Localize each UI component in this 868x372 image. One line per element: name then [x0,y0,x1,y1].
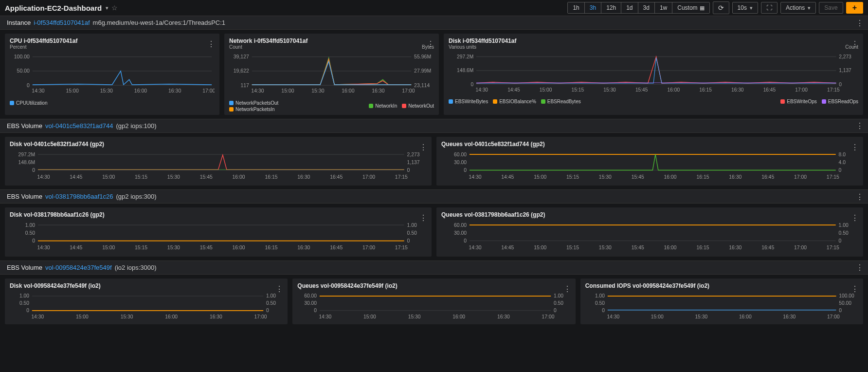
svg-text:100.00: 100.00 [839,293,854,298]
legend-right: EBSWriteOpsEBSReadOps [780,99,858,104]
svg-text:0: 0 [27,82,30,88]
legend-item[interactable]: EBSIOBalance% [493,99,536,104]
panel-menu-icon[interactable]: ⋮ [851,284,858,294]
svg-text:14:30: 14:30 [319,314,332,319]
svg-text:15:00: 15:00 [534,245,546,250]
legend-swatch [780,99,785,104]
legend-item[interactable]: EBSWriteOps [780,99,817,104]
svg-text:19,622: 19,622 [234,68,249,74]
svg-text:8.0: 8.0 [838,151,846,157]
add-widget-button[interactable]: + [846,2,863,14]
svg-text:15:30: 15:30 [100,88,113,93]
panel-title: Queues vol-0381798bb6aaf1c26 (gp2) [441,211,858,218]
svg-text:17:00: 17:00 [362,245,375,250]
svg-text:16:45: 16:45 [330,174,343,179]
svg-text:15:15: 15:15 [572,87,584,93]
refresh-interval-dropdown[interactable]: 10s [732,2,758,14]
svg-text:16:00: 16:00 [134,88,147,93]
legend-swatch [229,107,234,112]
svg-text:14:45: 14:45 [507,87,520,93]
save-button[interactable]: Save [819,2,843,14]
actions-dropdown[interactable]: Actions [780,2,816,14]
svg-text:0.50: 0.50 [554,300,563,306]
svg-text:0: 0 [838,167,841,173]
panel-menu-icon[interactable]: ⋮ [851,213,858,223]
legend-item[interactable]: NetworkIn [369,100,397,112]
legend-item[interactable]: EBSReadBytes [541,99,581,104]
ebs-volume-link[interactable]: vol-00958424e37fe549f [45,264,112,271]
legend-item[interactable]: NetworkPacketsOut [229,100,278,106]
legend-swatch [493,99,497,104]
svg-text:15:30: 15:30 [167,174,180,179]
time-range-1w[interactable]: 1w [655,2,672,13]
section-menu-icon[interactable]: ⋮ [856,263,863,272]
section-menu-icon[interactable]: ⋮ [856,192,863,201]
svg-text:0.50: 0.50 [25,230,35,236]
ebs2-queue-chart: 60.0030.000 1.000.500 14:3014:4515:0015:… [441,221,858,252]
title-dropdown-icon[interactable] [105,4,108,11]
svg-text:16:30: 16:30 [783,314,796,319]
time-range-selector: 1h3h12h1d3d1wCustom [567,2,709,14]
ebs3-charts-row: Disk vol-00958424e37fe549f (io2) ⋮ 1.000… [0,275,868,328]
refresh-button[interactable] [713,1,729,14]
ebs-volume-link[interactable]: vol-0381798bb6aaf1c26 [45,193,113,200]
svg-text:27.99M: 27.99M [414,68,431,74]
svg-text:15:30: 15:30 [311,88,324,93]
ebs1-disk-chart: 297.2M148.6M0 2,2731,1370 14:3014:4515:0… [10,150,427,182]
ebs-volume-link[interactable]: vol-0401c5e832f1ad744 [45,122,113,130]
svg-text:0: 0 [838,238,841,243]
panel-menu-icon[interactable]: ⋮ [275,284,283,294]
ebs3-iops-panel: Consumed IOPS vol-00958424e37fe549f (io2… [580,279,863,324]
svg-text:30.00: 30.00 [454,159,467,165]
panel-title: Disk vol-00958424e37fe549f (io2) [10,282,283,289]
ebs-details: (gp2 iops:100) [116,122,157,130]
time-range-custom[interactable]: Custom [672,2,709,13]
time-range-3h[interactable]: 3h [585,2,601,13]
time-range-12h[interactable]: 12h [601,2,621,13]
svg-text:16:45: 16:45 [763,87,776,93]
svg-text:15:45: 15:45 [200,174,213,179]
instance-charts-row: CPU i-0f534ffd5107041af ⋮ Percent 100.00… [0,30,868,119]
section-menu-icon[interactable]: ⋮ [856,121,863,130]
svg-text:16:00: 16:00 [233,174,245,179]
svg-text:17:00: 17:00 [542,314,555,319]
instance-id-link[interactable]: i-0f534ffd5107041af [34,19,90,26]
panel-title: Network i-0f534ffd5107041af [229,37,434,44]
svg-text:60.00: 60.00 [454,151,467,157]
time-range-1d[interactable]: 1d [621,2,638,13]
svg-text:17:15: 17:15 [395,245,408,250]
svg-text:15:00: 15:00 [102,245,115,250]
legend-item[interactable]: NetworkPacketsIn [229,107,278,112]
panel-menu-icon[interactable]: ⋮ [207,39,215,49]
legend-item[interactable]: NetworkOut [402,100,434,112]
time-range-1h[interactable]: 1h [568,2,584,13]
svg-text:0: 0 [407,167,410,173]
svg-text:0: 0 [314,308,317,313]
panel-menu-icon[interactable]: ⋮ [851,143,858,152]
favorite-star-icon[interactable]: ☆ [111,4,118,12]
ebs3-disk-panel: Disk vol-00958424e37fe549f (io2) ⋮ 1.000… [5,279,288,324]
svg-text:15:30: 15:30 [599,245,612,250]
cpu-panel: CPU i-0f534ffd5107041af ⋮ Percent 100.00… [5,34,219,115]
svg-text:14:30: 14:30 [607,314,619,319]
panel-menu-icon[interactable]: ⋮ [563,284,571,294]
section-menu-icon[interactable]: ⋮ [856,18,863,27]
ebs1-section-header: EBS Volume vol-0401c5e832f1ad744 (gp2 io… [0,119,868,133]
svg-text:15:00: 15:00 [651,314,664,319]
svg-text:17:15: 17:15 [395,174,408,179]
legend-item[interactable]: CPUUtilization [10,100,47,106]
fullscreen-button[interactable] [761,2,778,14]
panel-menu-icon[interactable]: ⋮ [419,213,427,223]
svg-text:14:30: 14:30 [31,314,44,319]
ebs1-queue-chart: 60.0030.000 8.04.00 14:3014:4515:0015:15… [441,150,858,182]
svg-text:16:30: 16:30 [729,245,741,250]
legend-item[interactable]: EBSReadOps [822,99,858,104]
legend-item[interactable]: EBSWriteBytes [449,99,488,104]
panel-menu-icon[interactable]: ⋮ [419,143,427,152]
svg-text:1.00: 1.00 [25,223,35,228]
svg-text:16:00: 16:00 [664,245,677,250]
svg-text:148.6M: 148.6M [18,159,35,165]
svg-text:14:30: 14:30 [37,245,50,250]
time-range-3d[interactable]: 3d [638,2,655,13]
legend-swatch [822,99,826,104]
